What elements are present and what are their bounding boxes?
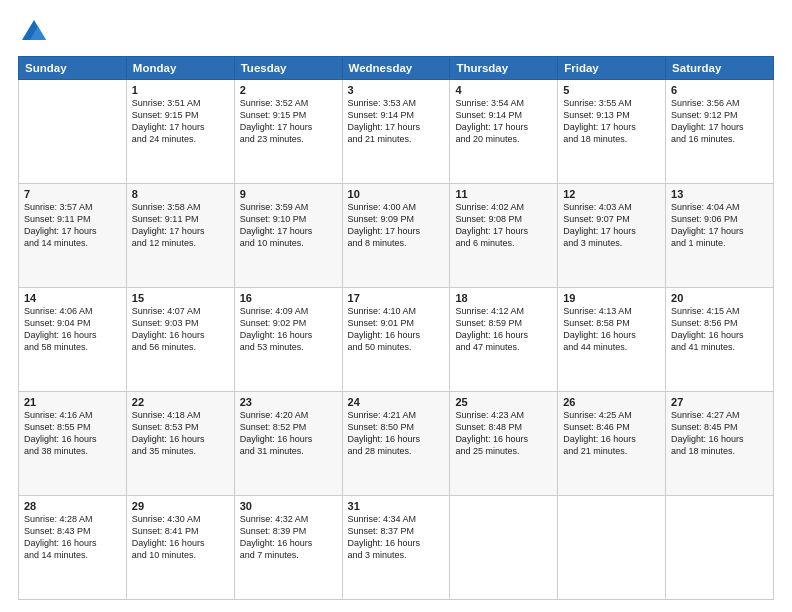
day-info: Sunrise: 4:28 AM Sunset: 8:43 PM Dayligh… — [24, 513, 121, 562]
day-cell — [558, 496, 666, 600]
header-row: SundayMondayTuesdayWednesdayThursdayFrid… — [19, 57, 774, 80]
day-cell: 31Sunrise: 4:34 AM Sunset: 8:37 PM Dayli… — [342, 496, 450, 600]
day-info: Sunrise: 4:04 AM Sunset: 9:06 PM Dayligh… — [671, 201, 768, 250]
day-info: Sunrise: 4:09 AM Sunset: 9:02 PM Dayligh… — [240, 305, 337, 354]
day-number: 11 — [455, 188, 552, 200]
day-cell: 10Sunrise: 4:00 AM Sunset: 9:09 PM Dayli… — [342, 184, 450, 288]
header-day-wednesday: Wednesday — [342, 57, 450, 80]
day-cell: 3Sunrise: 3:53 AM Sunset: 9:14 PM Daylig… — [342, 80, 450, 184]
day-number: 13 — [671, 188, 768, 200]
day-info: Sunrise: 4:10 AM Sunset: 9:01 PM Dayligh… — [348, 305, 445, 354]
day-cell: 19Sunrise: 4:13 AM Sunset: 8:58 PM Dayli… — [558, 288, 666, 392]
day-info: Sunrise: 3:51 AM Sunset: 9:15 PM Dayligh… — [132, 97, 229, 146]
calendar-page: SundayMondayTuesdayWednesdayThursdayFrid… — [0, 0, 792, 612]
day-number: 24 — [348, 396, 445, 408]
day-cell: 27Sunrise: 4:27 AM Sunset: 8:45 PM Dayli… — [666, 392, 774, 496]
day-number: 7 — [24, 188, 121, 200]
day-number: 10 — [348, 188, 445, 200]
header-day-thursday: Thursday — [450, 57, 558, 80]
day-info: Sunrise: 4:18 AM Sunset: 8:53 PM Dayligh… — [132, 409, 229, 458]
day-cell: 6Sunrise: 3:56 AM Sunset: 9:12 PM Daylig… — [666, 80, 774, 184]
day-info: Sunrise: 3:59 AM Sunset: 9:10 PM Dayligh… — [240, 201, 337, 250]
day-number: 12 — [563, 188, 660, 200]
day-info: Sunrise: 4:13 AM Sunset: 8:58 PM Dayligh… — [563, 305, 660, 354]
day-cell — [666, 496, 774, 600]
day-number: 31 — [348, 500, 445, 512]
day-cell: 30Sunrise: 4:32 AM Sunset: 8:39 PM Dayli… — [234, 496, 342, 600]
day-info: Sunrise: 4:32 AM Sunset: 8:39 PM Dayligh… — [240, 513, 337, 562]
day-number: 26 — [563, 396, 660, 408]
day-info: Sunrise: 4:07 AM Sunset: 9:03 PM Dayligh… — [132, 305, 229, 354]
day-number: 27 — [671, 396, 768, 408]
day-number: 6 — [671, 84, 768, 96]
day-number: 21 — [24, 396, 121, 408]
week-row-5: 28Sunrise: 4:28 AM Sunset: 8:43 PM Dayli… — [19, 496, 774, 600]
day-number: 28 — [24, 500, 121, 512]
day-number: 9 — [240, 188, 337, 200]
day-cell: 5Sunrise: 3:55 AM Sunset: 9:13 PM Daylig… — [558, 80, 666, 184]
day-cell: 16Sunrise: 4:09 AM Sunset: 9:02 PM Dayli… — [234, 288, 342, 392]
day-number: 3 — [348, 84, 445, 96]
day-cell: 9Sunrise: 3:59 AM Sunset: 9:10 PM Daylig… — [234, 184, 342, 288]
header-day-tuesday: Tuesday — [234, 57, 342, 80]
day-info: Sunrise: 4:25 AM Sunset: 8:46 PM Dayligh… — [563, 409, 660, 458]
day-info: Sunrise: 4:23 AM Sunset: 8:48 PM Dayligh… — [455, 409, 552, 458]
day-info: Sunrise: 3:53 AM Sunset: 9:14 PM Dayligh… — [348, 97, 445, 146]
week-row-2: 7Sunrise: 3:57 AM Sunset: 9:11 PM Daylig… — [19, 184, 774, 288]
day-cell: 7Sunrise: 3:57 AM Sunset: 9:11 PM Daylig… — [19, 184, 127, 288]
day-info: Sunrise: 4:27 AM Sunset: 8:45 PM Dayligh… — [671, 409, 768, 458]
day-info: Sunrise: 4:20 AM Sunset: 8:52 PM Dayligh… — [240, 409, 337, 458]
day-cell: 25Sunrise: 4:23 AM Sunset: 8:48 PM Dayli… — [450, 392, 558, 496]
header-day-monday: Monday — [126, 57, 234, 80]
header — [18, 18, 774, 46]
day-number: 1 — [132, 84, 229, 96]
day-cell: 24Sunrise: 4:21 AM Sunset: 8:50 PM Dayli… — [342, 392, 450, 496]
day-number: 22 — [132, 396, 229, 408]
day-info: Sunrise: 4:15 AM Sunset: 8:56 PM Dayligh… — [671, 305, 768, 354]
day-info: Sunrise: 4:00 AM Sunset: 9:09 PM Dayligh… — [348, 201, 445, 250]
day-number: 25 — [455, 396, 552, 408]
day-cell — [450, 496, 558, 600]
day-number: 15 — [132, 292, 229, 304]
day-cell: 23Sunrise: 4:20 AM Sunset: 8:52 PM Dayli… — [234, 392, 342, 496]
day-cell: 13Sunrise: 4:04 AM Sunset: 9:06 PM Dayli… — [666, 184, 774, 288]
day-number: 19 — [563, 292, 660, 304]
day-number: 5 — [563, 84, 660, 96]
day-number: 30 — [240, 500, 337, 512]
day-number: 18 — [455, 292, 552, 304]
day-info: Sunrise: 3:54 AM Sunset: 9:14 PM Dayligh… — [455, 97, 552, 146]
header-day-saturday: Saturday — [666, 57, 774, 80]
day-info: Sunrise: 3:56 AM Sunset: 9:12 PM Dayligh… — [671, 97, 768, 146]
day-number: 16 — [240, 292, 337, 304]
week-row-1: 1Sunrise: 3:51 AM Sunset: 9:15 PM Daylig… — [19, 80, 774, 184]
day-cell: 28Sunrise: 4:28 AM Sunset: 8:43 PM Dayli… — [19, 496, 127, 600]
day-info: Sunrise: 3:52 AM Sunset: 9:15 PM Dayligh… — [240, 97, 337, 146]
day-cell: 4Sunrise: 3:54 AM Sunset: 9:14 PM Daylig… — [450, 80, 558, 184]
day-info: Sunrise: 4:03 AM Sunset: 9:07 PM Dayligh… — [563, 201, 660, 250]
day-info: Sunrise: 4:06 AM Sunset: 9:04 PM Dayligh… — [24, 305, 121, 354]
calendar-table: SundayMondayTuesdayWednesdayThursdayFrid… — [18, 56, 774, 600]
logo — [18, 18, 48, 46]
day-cell: 1Sunrise: 3:51 AM Sunset: 9:15 PM Daylig… — [126, 80, 234, 184]
day-number: 4 — [455, 84, 552, 96]
day-number: 20 — [671, 292, 768, 304]
day-number: 8 — [132, 188, 229, 200]
day-info: Sunrise: 4:16 AM Sunset: 8:55 PM Dayligh… — [24, 409, 121, 458]
day-info: Sunrise: 3:57 AM Sunset: 9:11 PM Dayligh… — [24, 201, 121, 250]
day-number: 14 — [24, 292, 121, 304]
week-row-4: 21Sunrise: 4:16 AM Sunset: 8:55 PM Dayli… — [19, 392, 774, 496]
day-cell: 14Sunrise: 4:06 AM Sunset: 9:04 PM Dayli… — [19, 288, 127, 392]
day-cell — [19, 80, 127, 184]
day-number: 17 — [348, 292, 445, 304]
day-cell: 12Sunrise: 4:03 AM Sunset: 9:07 PM Dayli… — [558, 184, 666, 288]
day-cell: 18Sunrise: 4:12 AM Sunset: 8:59 PM Dayli… — [450, 288, 558, 392]
header-day-sunday: Sunday — [19, 57, 127, 80]
day-cell: 15Sunrise: 4:07 AM Sunset: 9:03 PM Dayli… — [126, 288, 234, 392]
day-cell: 21Sunrise: 4:16 AM Sunset: 8:55 PM Dayli… — [19, 392, 127, 496]
day-cell: 11Sunrise: 4:02 AM Sunset: 9:08 PM Dayli… — [450, 184, 558, 288]
day-info: Sunrise: 3:58 AM Sunset: 9:11 PM Dayligh… — [132, 201, 229, 250]
day-info: Sunrise: 4:21 AM Sunset: 8:50 PM Dayligh… — [348, 409, 445, 458]
day-number: 23 — [240, 396, 337, 408]
day-info: Sunrise: 4:02 AM Sunset: 9:08 PM Dayligh… — [455, 201, 552, 250]
day-cell: 29Sunrise: 4:30 AM Sunset: 8:41 PM Dayli… — [126, 496, 234, 600]
